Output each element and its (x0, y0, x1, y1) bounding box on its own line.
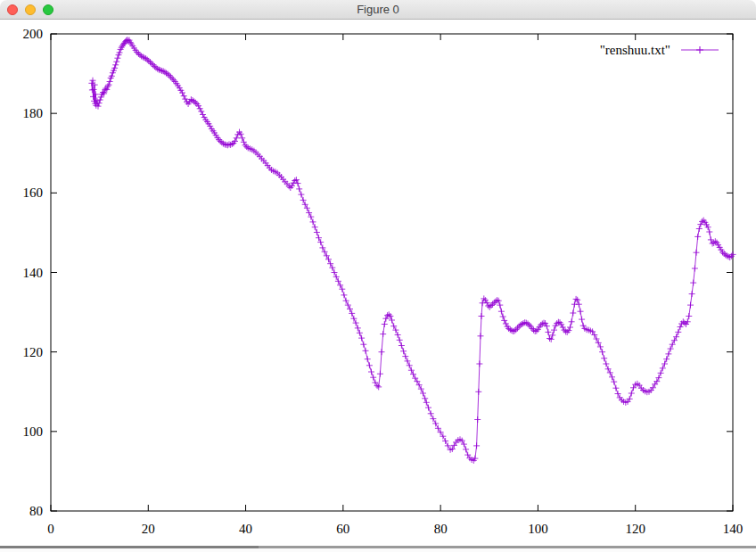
x-tick-label: 0 (47, 522, 54, 536)
x-tick-label: 100 (528, 522, 548, 536)
desktop-background (0, 548, 756, 552)
y-tick-label: 160 (23, 185, 44, 200)
legend-label: "renshuu.txt" (600, 43, 670, 58)
window-titlebar[interactable]: Figure 0 (0, 0, 756, 20)
y-tick-label: 200 (23, 27, 44, 41)
chart-legend: "renshuu.txt" (600, 43, 720, 57)
x-tick-label: 140 (723, 522, 744, 536)
x-tick-label: 80 (434, 522, 448, 536)
y-tick-label: 180 (23, 106, 44, 120)
plot-border (51, 34, 733, 511)
chart-canvas: 02040608010012014080100120140160180200 (0, 20, 756, 546)
legend-line-sample (679, 45, 720, 55)
y-tick-label: 120 (23, 345, 44, 359)
window-title: Figure 0 (0, 0, 756, 20)
plot-content: 02040608010012014080100120140160180200 "… (0, 20, 756, 552)
y-tick-label: 80 (29, 504, 43, 518)
x-tick-label: 40 (239, 522, 252, 536)
x-tick-label: 120 (625, 522, 645, 536)
gnuplot-window: Figure 0 0204060801001201408010012014016… (0, 0, 756, 552)
x-tick-label: 60 (336, 522, 349, 536)
y-tick-label: 140 (23, 266, 44, 280)
x-tick-label: 20 (142, 522, 155, 536)
y-tick-label: 100 (23, 424, 44, 439)
